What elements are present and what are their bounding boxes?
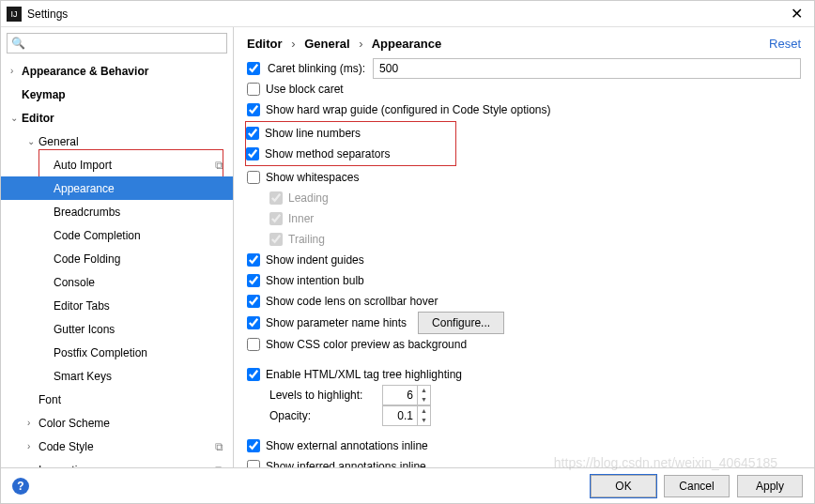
tree-appearance-behavior[interactable]: ›Appearance & Behavior — [1, 59, 233, 83]
tree-editor[interactable]: ⌄Editor — [1, 106, 233, 130]
line-numbers-label: Show line numbers — [265, 127, 361, 140]
levels-input[interactable] — [383, 386, 417, 405]
tree-gutter-icons[interactable]: Gutter Icons — [1, 317, 233, 341]
method-separators-checkbox[interactable] — [246, 147, 259, 160]
caret-blinking-label: Caret blinking (ms): — [268, 62, 365, 75]
reset-link[interactable]: Reset — [769, 37, 801, 51]
block-caret-checkbox[interactable] — [247, 83, 260, 96]
leading-checkbox — [269, 191, 283, 205]
leading-label: Leading — [288, 191, 329, 205]
app-icon: IJ — [7, 7, 22, 22]
param-hints-checkbox[interactable] — [247, 316, 260, 329]
settings-tree[interactable]: ›Appearance & Behavior Keymap ⌄Editor ⌄G… — [1, 57, 233, 467]
breadcrumb-general[interactable]: General — [304, 37, 349, 51]
ext-annotations-checkbox[interactable] — [247, 439, 260, 452]
block-caret-label: Use block caret — [266, 83, 344, 96]
tree-breadcrumbs[interactable]: Breadcrumbs — [1, 200, 233, 223]
chevron-right-icon: › — [291, 37, 295, 51]
line-numbers-checkbox[interactable] — [246, 127, 259, 140]
tree-code-style[interactable]: ›Code Style⧉ — [1, 435, 233, 458]
tree-auto-import[interactable]: Auto Import⧉ — [1, 153, 233, 176]
opacity-label: Opacity: — [269, 409, 382, 422]
search-input[interactable] — [29, 35, 223, 52]
levels-spinner[interactable]: ▲▼ — [382, 385, 431, 405]
whitespaces-checkbox[interactable] — [247, 171, 260, 184]
indent-guides-checkbox[interactable] — [247, 253, 260, 267]
hard-wrap-label: Show hard wrap guide (configured in Code… — [266, 103, 551, 116]
chevron-right-icon: › — [359, 37, 362, 51]
search-icon: 🔍 — [11, 37, 25, 50]
search-input-wrap[interactable]: 🔍 — [7, 33, 227, 53]
chevron-up-icon[interactable]: ▲ — [418, 386, 430, 395]
chevron-up-icon[interactable]: ▲ — [418, 406, 430, 416]
inferred-annotations-label: Show inferred annotations inline — [266, 460, 426, 467]
css-preview-checkbox[interactable] — [247, 338, 260, 351]
tree-keymap[interactable]: Keymap — [1, 83, 233, 106]
tree-general[interactable]: ⌄General — [1, 130, 233, 153]
tag-highlight-label: Enable HTML/XML tag tree highlighting — [266, 368, 462, 381]
levels-label: Levels to highlight: — [269, 389, 382, 402]
chevron-down-icon[interactable]: ▼ — [418, 395, 430, 405]
copy-icon[interactable]: ⧉ — [215, 159, 223, 172]
trailing-checkbox — [269, 233, 283, 246]
inner-checkbox — [269, 212, 283, 225]
breadcrumb-appearance: Appearance — [372, 37, 441, 51]
inferred-annotations-checkbox[interactable] — [247, 460, 260, 467]
copy-icon[interactable]: ⧉ — [215, 464, 223, 468]
method-separators-label: Show method separators — [265, 147, 390, 160]
hard-wrap-checkbox[interactable] — [247, 103, 260, 116]
whitespaces-label: Show whitespaces — [266, 171, 359, 184]
ext-annotations-label: Show external annotations inline — [266, 439, 428, 452]
tree-appearance[interactable]: Appearance — [1, 176, 233, 200]
window-title: Settings — [27, 8, 785, 21]
opacity-input[interactable] — [383, 406, 417, 425]
inner-label: Inner — [288, 212, 314, 225]
intention-bulb-checkbox[interactable] — [247, 274, 260, 287]
tree-code-completion[interactable]: Code Completion — [1, 223, 233, 247]
configure-button[interactable]: Configure... — [418, 312, 504, 334]
copy-icon[interactable]: ⧉ — [215, 440, 223, 453]
tree-color-scheme[interactable]: ›Color Scheme — [1, 411, 233, 435]
caret-blinking-input[interactable] — [373, 58, 801, 79]
apply-button[interactable]: Apply — [737, 475, 803, 497]
param-hints-label: Show parameter name hints — [266, 316, 407, 329]
tag-highlight-checkbox[interactable] — [247, 368, 260, 381]
tree-console[interactable]: Console — [1, 270, 233, 294]
breadcrumb-editor[interactable]: Editor — [247, 37, 283, 51]
ok-button[interactable]: OK — [591, 475, 656, 497]
close-icon[interactable]: ✕ — [785, 5, 808, 23]
code-lens-checkbox[interactable] — [247, 295, 260, 308]
trailing-label: Trailing — [288, 233, 325, 246]
help-icon[interactable]: ? — [12, 478, 29, 495]
chevron-down-icon[interactable]: ▼ — [418, 416, 430, 425]
tree-postfix-completion[interactable]: Postfix Completion — [1, 341, 233, 364]
cancel-button[interactable]: Cancel — [664, 475, 730, 497]
tree-smart-keys[interactable]: Smart Keys — [1, 364, 233, 388]
caret-blinking-checkbox[interactable] — [247, 62, 260, 75]
indent-guides-label: Show indent guides — [266, 253, 364, 267]
tree-code-folding[interactable]: Code Folding — [1, 247, 233, 270]
intention-bulb-label: Show intention bulb — [266, 274, 364, 287]
code-lens-label: Show code lens on scrollbar hover — [266, 295, 438, 308]
tree-font[interactable]: Font — [1, 388, 233, 411]
tree-editor-tabs[interactable]: Editor Tabs — [1, 294, 233, 317]
breadcrumb: Editor › General › Appearance — [247, 37, 769, 51]
opacity-spinner[interactable]: ▲▼ — [382, 405, 431, 426]
tree-inspections[interactable]: Inspections⧉ — [1, 458, 233, 467]
css-preview-label: Show CSS color preview as background — [266, 338, 467, 351]
